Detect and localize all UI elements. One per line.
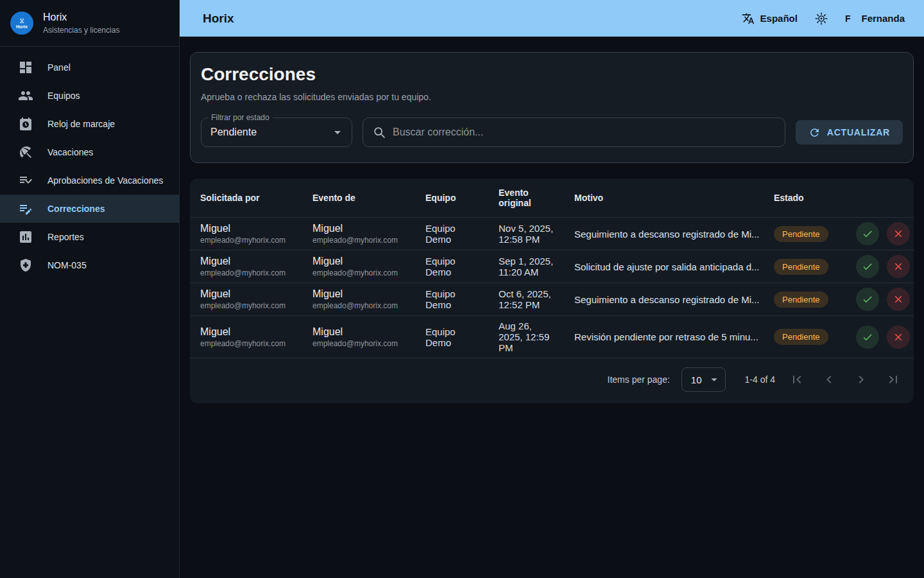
items-per-page-label: Items per page:	[608, 374, 670, 385]
page-size-select[interactable]: 10	[681, 367, 726, 392]
status-filter-value: Pendiente	[210, 127, 330, 138]
search-input[interactable]	[393, 127, 776, 138]
event-person-name: Miguel	[312, 326, 405, 338]
previous-page-button[interactable]	[819, 369, 839, 390]
event-person-email: empleado@myhorix.com	[312, 236, 405, 245]
approve-button[interactable]	[856, 288, 879, 311]
column-header: Evento de	[302, 179, 415, 218]
app-logo-label: Horix	[16, 24, 28, 30]
team-cell: Equipo Demo	[415, 316, 488, 358]
sidebar-item-label: NOM-035	[47, 260, 87, 270]
status-filter-select[interactable]: Filtrar por estado Pendiente	[201, 118, 352, 147]
requester-name: Miguel	[200, 326, 292, 338]
app-subtitle: Asistencias y licencias	[43, 26, 119, 35]
column-header: Equipo	[415, 179, 488, 218]
sidebar-item-panel[interactable]: Panel	[0, 53, 179, 82]
sidebar-item-label: Panel	[47, 62, 71, 73]
requester-email: empleado@myhorix.com	[200, 268, 292, 277]
groups-icon	[18, 88, 33, 103]
sidebar-item-label: Correcciones	[47, 204, 105, 214]
original-event-date-cell: Oct 6, 2025, 12:52 PM	[488, 283, 564, 316]
requester-name: Miguel	[200, 223, 292, 234]
checklist-check-icon	[18, 173, 33, 188]
reject-button[interactable]	[887, 326, 910, 349]
sidebar-item-reloj-de-marcaje[interactable]: Reloj de marcaje	[0, 110, 179, 138]
approve-button[interactable]	[856, 222, 879, 245]
corrections-card: Correcciones Aprueba o rechaza las solic…	[190, 52, 914, 163]
pagination-range: 1-4 of 4	[745, 374, 775, 385]
reject-button[interactable]	[887, 255, 910, 278]
sidebar-item-correcciones[interactable]: Correcciones	[0, 195, 179, 223]
translate-icon	[742, 12, 755, 25]
requester-email: empleado@myhorix.com	[200, 236, 292, 245]
refresh-icon	[809, 127, 821, 139]
event-person-email: empleado@myhorix.com	[312, 268, 405, 277]
sidebar-item-aprobaciones-de-vacaciones[interactable]: Aprobaciones de Vacaciones	[0, 166, 179, 195]
app-meta: Horix Asistencias y licencias	[43, 12, 119, 35]
sidebar-nav: Panel Equipos Reloj de marcaje Vacacione…	[0, 47, 179, 286]
sidebar-item-label: Equipos	[47, 91, 80, 101]
corrections-table: Solicitada porEvento deEquipoEvento orig…	[190, 179, 914, 358]
requester-name: Miguel	[200, 256, 292, 267]
reason-cell: Solicitud de ajuste por salida anticipad…	[564, 250, 764, 283]
event-person-email: empleado@myhorix.com	[312, 339, 405, 348]
header-actions: Español F	[742, 12, 905, 26]
event-person-name: Miguel	[312, 256, 405, 267]
app-header: Horix Español	[180, 0, 924, 37]
chevron-down-icon	[707, 372, 721, 387]
next-page-button[interactable]	[851, 369, 871, 390]
language-button[interactable]: Español	[742, 12, 798, 25]
reason-cell: Revisión pendiente por retraso de 5 minu…	[564, 316, 764, 358]
table-row: Miguel empleado@myhorix.com Miguel emple…	[190, 250, 914, 283]
team-cell: Equipo Demo	[415, 250, 488, 283]
page-title: Correcciones	[201, 64, 903, 85]
sidebar-item-label: Reportes	[47, 232, 84, 242]
original-event-date-cell: Sep 1, 2025, 11:20 AM	[488, 250, 564, 283]
language-label: Español	[760, 13, 798, 24]
sidebar-item-reportes[interactable]: Reportes	[0, 223, 179, 251]
main-area: Horix Español	[180, 0, 924, 578]
approve-button[interactable]	[856, 326, 879, 349]
requester-email: empleado@myhorix.com	[200, 339, 292, 348]
reject-button[interactable]	[887, 288, 910, 311]
column-header: Estado	[764, 179, 846, 218]
search-box	[363, 118, 785, 147]
sidebar-item-vacaciones[interactable]: Vacaciones	[0, 138, 179, 166]
last-page-button[interactable]	[883, 369, 903, 390]
table-header-row: Solicitada porEvento deEquipoEvento orig…	[190, 179, 914, 218]
requester-name: Miguel	[200, 288, 292, 300]
table-row: Miguel empleado@myhorix.com Miguel emple…	[190, 283, 914, 316]
reject-button[interactable]	[887, 222, 910, 245]
first-page-button[interactable]	[787, 369, 807, 390]
table-body: Miguel empleado@myhorix.com Miguel emple…	[190, 218, 914, 358]
filter-row: Filtrar por estado Pendiente	[201, 118, 903, 147]
column-header: Solicitada por	[190, 179, 302, 218]
user-menu[interactable]: F Fernanda	[845, 13, 905, 24]
reason-cell: Seguimiento a descanso registrado de Mi.…	[564, 283, 764, 316]
sidebar-item-nom-035[interactable]: NOM-035	[0, 251, 179, 279]
original-event-date-cell: Aug 26, 2025, 12:59 PM	[488, 316, 564, 358]
sidebar-item-label: Vacaciones	[47, 147, 93, 157]
sidebar-item-equipos[interactable]: Equipos	[0, 82, 179, 110]
status-filter-label: Filtrar por estado	[208, 113, 273, 122]
original-event-date-cell: Nov 5, 2025, 12:58 PM	[488, 218, 564, 250]
sidebar-item-label: Reloj de marcaje	[47, 119, 115, 129]
reason-cell: Seguimiento a descanso registrado de Mi.…	[564, 218, 764, 250]
user-name: Fernanda	[861, 13, 905, 24]
brightness-icon	[814, 12, 828, 26]
theme-toggle-button[interactable]	[814, 12, 828, 26]
header-title: Horix	[203, 12, 234, 26]
status-badge: Pendiente	[774, 226, 828, 242]
refresh-button[interactable]: ACTUALIZAR	[796, 120, 903, 144]
event-person-email: empleado@myhorix.com	[312, 301, 405, 310]
column-header-actions	[846, 179, 914, 218]
sidebar-header: ⧖ Horix Horix Asistencias y licencias	[0, 0, 179, 47]
sidebar: ⧖ Horix Horix Asistencias y licencias Pa…	[0, 0, 180, 578]
app-logo: ⧖ Horix	[10, 12, 33, 35]
column-header: Evento original	[488, 179, 564, 218]
health-safety-icon	[18, 258, 33, 273]
app-name: Horix	[43, 12, 119, 23]
punch-clock-icon	[18, 116, 33, 132]
team-cell: Equipo Demo	[415, 283, 488, 316]
approve-button[interactable]	[856, 255, 879, 278]
